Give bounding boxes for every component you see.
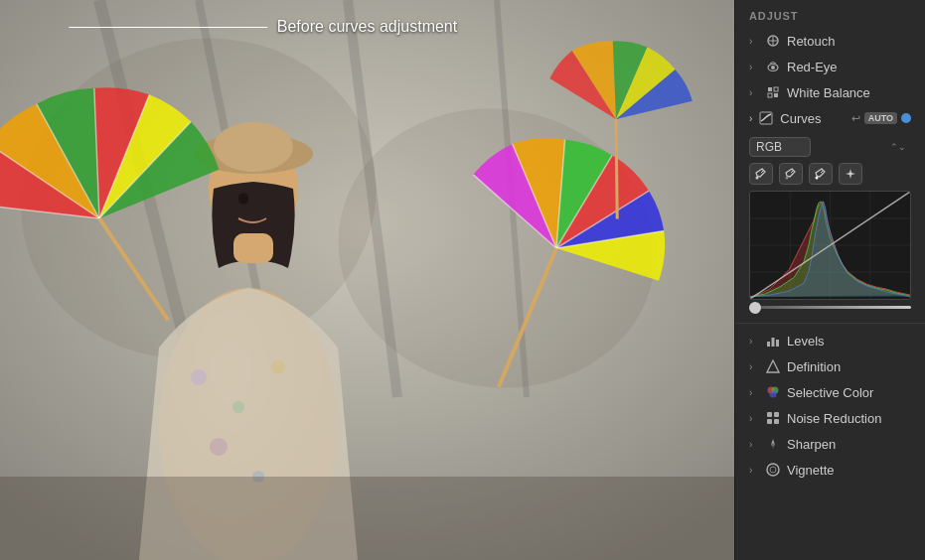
- sidebar-item-red-eye[interactable]: › Red-Eye: [735, 54, 925, 79]
- levels-icon: [765, 333, 781, 349]
- image-area: Before curves adjustment: [0, 0, 734, 560]
- curves-black-point-slider[interactable]: [749, 306, 911, 309]
- svg-rect-57: [767, 419, 772, 424]
- sidebar-item-vignette[interactable]: › Vignette: [735, 457, 925, 483]
- svg-point-54: [770, 391, 777, 398]
- svg-line-37: [791, 170, 794, 173]
- svg-point-17: [214, 122, 293, 172]
- svg-point-12: [271, 360, 285, 374]
- vignette-icon: [765, 462, 781, 478]
- svg-point-13: [210, 438, 228, 456]
- curves-auto-badge[interactable]: AUTO: [864, 112, 897, 124]
- sharpen-icon: [765, 436, 781, 452]
- chevron-icon: ›: [749, 62, 759, 72]
- sidebar-item-levels[interactable]: › Levels: [735, 328, 925, 353]
- svg-rect-58: [774, 419, 779, 424]
- curves-icon: [758, 110, 774, 126]
- noise-reduction-icon: [765, 410, 781, 426]
- sidebar-item-noise-reduction[interactable]: › Noise Reduction: [735, 405, 925, 431]
- svg-point-36: [786, 177, 789, 180]
- svg-point-38: [816, 177, 819, 180]
- svg-rect-56: [774, 412, 779, 417]
- white-balance-icon: [765, 84, 781, 100]
- divider: [735, 323, 925, 324]
- sidebar-item-selective-color[interactable]: › Selective Color: [735, 379, 925, 405]
- sharpen-label: Sharpen: [787, 437, 911, 452]
- white-balance-label: White Balance: [787, 85, 911, 100]
- svg-point-61: [767, 464, 779, 476]
- svg-rect-49: [772, 338, 775, 347]
- svg-rect-31: [768, 93, 772, 97]
- sidebar-item-sharpen[interactable]: › Sharpen: [735, 431, 925, 457]
- black-point-eyedropper-button[interactable]: [749, 163, 773, 185]
- selective-color-label: Selective Color: [787, 385, 911, 400]
- svg-rect-50: [776, 340, 779, 347]
- chevron-icon: ›: [749, 87, 759, 98]
- svg-marker-51: [767, 360, 779, 372]
- svg-rect-32: [774, 93, 778, 97]
- curves-label: Curves: [780, 111, 850, 126]
- chevron-icon: ›: [749, 361, 759, 372]
- gray-point-eyedropper-button[interactable]: [779, 163, 803, 185]
- svg-rect-48: [767, 342, 770, 347]
- channel-select[interactable]: RGB Red Green Blue: [749, 137, 811, 157]
- select-arrow-icon: ⌃⌄: [890, 142, 906, 152]
- photo-illustration: [0, 0, 734, 560]
- svg-rect-19: [233, 233, 273, 263]
- svg-marker-40: [846, 169, 855, 179]
- chevron-icon: ›: [749, 36, 759, 47]
- curves-section: › Curves ↩ AUTO RGB Red Green Blue: [735, 105, 925, 319]
- svg-point-18: [238, 193, 248, 205]
- definition-icon: [765, 358, 781, 374]
- svg-point-28: [771, 66, 775, 70]
- selective-color-icon: [765, 384, 781, 400]
- sidebar-item-curves[interactable]: › Curves ↩ AUTO: [735, 105, 925, 131]
- svg-point-62: [770, 467, 776, 473]
- chevron-icon: ›: [749, 465, 759, 476]
- svg-rect-23: [0, 477, 734, 560]
- red-eye-label: Red-Eye: [787, 60, 911, 74]
- before-label: Before curves adjustment: [277, 18, 457, 36]
- svg-rect-55: [767, 412, 772, 417]
- sidebar-item-white-balance[interactable]: › White Balance: [735, 79, 925, 105]
- curves-undo-button[interactable]: ↩: [851, 112, 860, 125]
- chevron-icon: ›: [749, 439, 759, 450]
- levels-label: Levels: [787, 334, 911, 349]
- svg-point-34: [756, 177, 759, 180]
- vignette-label: Vignette: [787, 463, 911, 478]
- svg-line-35: [761, 170, 764, 173]
- chevron-icon: ›: [749, 387, 759, 398]
- curves-active-indicator: [901, 113, 911, 123]
- curves-histogram[interactable]: [749, 191, 911, 300]
- curves-content: RGB Red Green Blue ⌃⌄: [735, 131, 925, 319]
- eyedropper-row: [749, 163, 911, 185]
- sidebar-item-definition[interactable]: › Definition: [735, 353, 925, 379]
- curves-chevron-icon: ›: [749, 113, 752, 124]
- panel-header: ADJUST: [735, 0, 925, 28]
- sidebar-item-retouch[interactable]: › Retouch: [735, 28, 925, 54]
- chevron-icon: ›: [749, 413, 759, 424]
- channel-select-row: RGB Red Green Blue ⌃⌄: [749, 137, 911, 157]
- curves-slider-row: [749, 306, 911, 309]
- retouch-icon: [765, 33, 781, 49]
- channel-select-wrapper: RGB Red Green Blue ⌃⌄: [749, 137, 911, 157]
- retouch-label: Retouch: [787, 34, 911, 49]
- svg-line-39: [821, 170, 824, 173]
- noise-reduction-label: Noise Reduction: [787, 411, 911, 426]
- svg-point-11: [232, 401, 244, 413]
- definition-label: Definition: [787, 359, 911, 374]
- svg-point-10: [191, 369, 207, 385]
- auto-enhance-button[interactable]: [839, 163, 862, 185]
- svg-rect-29: [768, 87, 772, 91]
- svg-rect-30: [774, 87, 778, 91]
- adjust-panel: ADJUST › Retouch › Red-Eye › White Balan…: [734, 0, 925, 560]
- red-eye-icon: [765, 59, 781, 74]
- chevron-icon: ›: [749, 336, 759, 347]
- curves-controls: ↩ AUTO: [851, 112, 911, 125]
- white-point-eyedropper-button[interactable]: [809, 163, 833, 185]
